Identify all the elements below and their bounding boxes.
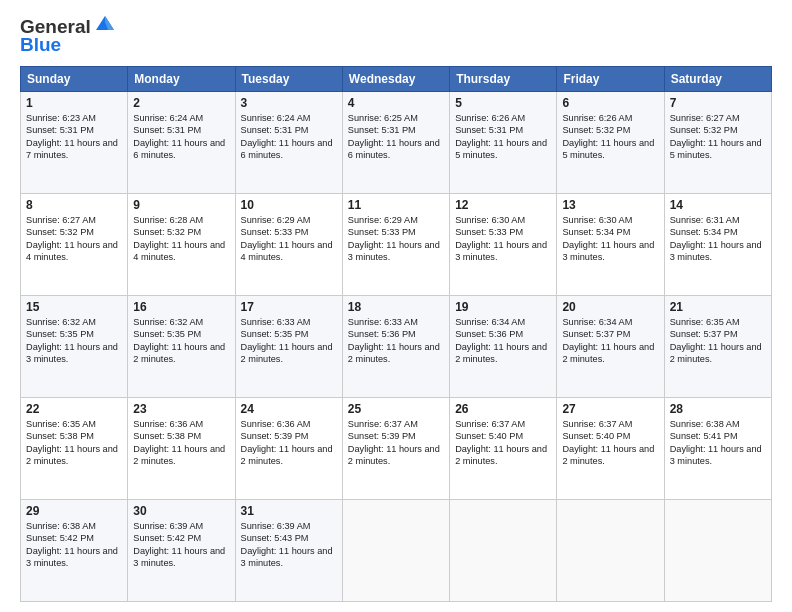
calendar-cell xyxy=(450,500,557,602)
cell-sun-info: Sunrise: 6:33 AMSunset: 5:35 PMDaylight:… xyxy=(241,316,337,366)
calendar-cell: 26Sunrise: 6:37 AMSunset: 5:40 PMDayligh… xyxy=(450,398,557,500)
day-number: 28 xyxy=(670,402,766,416)
day-number: 23 xyxy=(133,402,229,416)
day-number: 21 xyxy=(670,300,766,314)
cell-sun-info: Sunrise: 6:36 AMSunset: 5:39 PMDaylight:… xyxy=(241,418,337,468)
calendar-cell: 14Sunrise: 6:31 AMSunset: 5:34 PMDayligh… xyxy=(664,194,771,296)
day-number: 4 xyxy=(348,96,444,110)
calendar-cell: 4Sunrise: 6:25 AMSunset: 5:31 PMDaylight… xyxy=(342,92,449,194)
cell-sun-info: Sunrise: 6:30 AMSunset: 5:34 PMDaylight:… xyxy=(562,214,658,264)
day-number: 29 xyxy=(26,504,122,518)
calendar-cell: 19Sunrise: 6:34 AMSunset: 5:36 PMDayligh… xyxy=(450,296,557,398)
calendar-cell: 21Sunrise: 6:35 AMSunset: 5:37 PMDayligh… xyxy=(664,296,771,398)
calendar-cell: 29Sunrise: 6:38 AMSunset: 5:42 PMDayligh… xyxy=(21,500,128,602)
calendar-header-row: SundayMondayTuesdayWednesdayThursdayFrid… xyxy=(21,67,772,92)
calendar-cell: 18Sunrise: 6:33 AMSunset: 5:36 PMDayligh… xyxy=(342,296,449,398)
day-number: 31 xyxy=(241,504,337,518)
calendar-table: SundayMondayTuesdayWednesdayThursdayFrid… xyxy=(20,66,772,602)
calendar-cell: 12Sunrise: 6:30 AMSunset: 5:33 PMDayligh… xyxy=(450,194,557,296)
day-number: 27 xyxy=(562,402,658,416)
calendar-cell: 9Sunrise: 6:28 AMSunset: 5:32 PMDaylight… xyxy=(128,194,235,296)
cell-sun-info: Sunrise: 6:29 AMSunset: 5:33 PMDaylight:… xyxy=(348,214,444,264)
logo: General Blue xyxy=(20,16,116,56)
cell-sun-info: Sunrise: 6:37 AMSunset: 5:40 PMDaylight:… xyxy=(455,418,551,468)
calendar-cell: 1Sunrise: 6:23 AMSunset: 5:31 PMDaylight… xyxy=(21,92,128,194)
day-number: 2 xyxy=(133,96,229,110)
cell-sun-info: Sunrise: 6:35 AMSunset: 5:37 PMDaylight:… xyxy=(670,316,766,366)
cell-sun-info: Sunrise: 6:32 AMSunset: 5:35 PMDaylight:… xyxy=(26,316,122,366)
calendar-cell: 31Sunrise: 6:39 AMSunset: 5:43 PMDayligh… xyxy=(235,500,342,602)
day-number: 16 xyxy=(133,300,229,314)
cell-sun-info: Sunrise: 6:36 AMSunset: 5:38 PMDaylight:… xyxy=(133,418,229,468)
cell-sun-info: Sunrise: 6:35 AMSunset: 5:38 PMDaylight:… xyxy=(26,418,122,468)
day-number: 12 xyxy=(455,198,551,212)
day-number: 10 xyxy=(241,198,337,212)
calendar-cell: 11Sunrise: 6:29 AMSunset: 5:33 PMDayligh… xyxy=(342,194,449,296)
weekday-header-sunday: Sunday xyxy=(21,67,128,92)
cell-sun-info: Sunrise: 6:37 AMSunset: 5:40 PMDaylight:… xyxy=(562,418,658,468)
calendar-cell: 3Sunrise: 6:24 AMSunset: 5:31 PMDaylight… xyxy=(235,92,342,194)
day-number: 22 xyxy=(26,402,122,416)
cell-sun-info: Sunrise: 6:39 AMSunset: 5:43 PMDaylight:… xyxy=(241,520,337,570)
day-number: 24 xyxy=(241,402,337,416)
calendar-cell: 20Sunrise: 6:34 AMSunset: 5:37 PMDayligh… xyxy=(557,296,664,398)
cell-sun-info: Sunrise: 6:27 AMSunset: 5:32 PMDaylight:… xyxy=(670,112,766,162)
weekday-header-tuesday: Tuesday xyxy=(235,67,342,92)
day-number: 26 xyxy=(455,402,551,416)
day-number: 17 xyxy=(241,300,337,314)
cell-sun-info: Sunrise: 6:30 AMSunset: 5:33 PMDaylight:… xyxy=(455,214,551,264)
day-number: 25 xyxy=(348,402,444,416)
weekday-header-saturday: Saturday xyxy=(664,67,771,92)
calendar-cell xyxy=(342,500,449,602)
calendar-week-2: 8Sunrise: 6:27 AMSunset: 5:32 PMDaylight… xyxy=(21,194,772,296)
day-number: 7 xyxy=(670,96,766,110)
day-number: 30 xyxy=(133,504,229,518)
calendar-cell: 30Sunrise: 6:39 AMSunset: 5:42 PMDayligh… xyxy=(128,500,235,602)
day-number: 1 xyxy=(26,96,122,110)
cell-sun-info: Sunrise: 6:38 AMSunset: 5:41 PMDaylight:… xyxy=(670,418,766,468)
cell-sun-info: Sunrise: 6:28 AMSunset: 5:32 PMDaylight:… xyxy=(133,214,229,264)
calendar-cell: 10Sunrise: 6:29 AMSunset: 5:33 PMDayligh… xyxy=(235,194,342,296)
cell-sun-info: Sunrise: 6:39 AMSunset: 5:42 PMDaylight:… xyxy=(133,520,229,570)
calendar-cell: 15Sunrise: 6:32 AMSunset: 5:35 PMDayligh… xyxy=(21,296,128,398)
day-number: 9 xyxy=(133,198,229,212)
day-number: 8 xyxy=(26,198,122,212)
day-number: 6 xyxy=(562,96,658,110)
cell-sun-info: Sunrise: 6:24 AMSunset: 5:31 PMDaylight:… xyxy=(241,112,337,162)
day-number: 14 xyxy=(670,198,766,212)
cell-sun-info: Sunrise: 6:34 AMSunset: 5:37 PMDaylight:… xyxy=(562,316,658,366)
calendar-week-1: 1Sunrise: 6:23 AMSunset: 5:31 PMDaylight… xyxy=(21,92,772,194)
weekday-header-thursday: Thursday xyxy=(450,67,557,92)
calendar-cell: 28Sunrise: 6:38 AMSunset: 5:41 PMDayligh… xyxy=(664,398,771,500)
day-number: 18 xyxy=(348,300,444,314)
calendar-cell: 13Sunrise: 6:30 AMSunset: 5:34 PMDayligh… xyxy=(557,194,664,296)
weekday-header-wednesday: Wednesday xyxy=(342,67,449,92)
day-number: 20 xyxy=(562,300,658,314)
cell-sun-info: Sunrise: 6:24 AMSunset: 5:31 PMDaylight:… xyxy=(133,112,229,162)
day-number: 3 xyxy=(241,96,337,110)
cell-sun-info: Sunrise: 6:34 AMSunset: 5:36 PMDaylight:… xyxy=(455,316,551,366)
day-number: 13 xyxy=(562,198,658,212)
calendar-cell: 25Sunrise: 6:37 AMSunset: 5:39 PMDayligh… xyxy=(342,398,449,500)
day-number: 5 xyxy=(455,96,551,110)
cell-sun-info: Sunrise: 6:37 AMSunset: 5:39 PMDaylight:… xyxy=(348,418,444,468)
calendar-cell: 8Sunrise: 6:27 AMSunset: 5:32 PMDaylight… xyxy=(21,194,128,296)
calendar-cell xyxy=(557,500,664,602)
cell-sun-info: Sunrise: 6:27 AMSunset: 5:32 PMDaylight:… xyxy=(26,214,122,264)
cell-sun-info: Sunrise: 6:38 AMSunset: 5:42 PMDaylight:… xyxy=(26,520,122,570)
day-number: 19 xyxy=(455,300,551,314)
calendar-cell: 23Sunrise: 6:36 AMSunset: 5:38 PMDayligh… xyxy=(128,398,235,500)
calendar-cell xyxy=(664,500,771,602)
calendar-cell: 22Sunrise: 6:35 AMSunset: 5:38 PMDayligh… xyxy=(21,398,128,500)
calendar-week-4: 22Sunrise: 6:35 AMSunset: 5:38 PMDayligh… xyxy=(21,398,772,500)
cell-sun-info: Sunrise: 6:33 AMSunset: 5:36 PMDaylight:… xyxy=(348,316,444,366)
calendar-cell: 7Sunrise: 6:27 AMSunset: 5:32 PMDaylight… xyxy=(664,92,771,194)
day-number: 11 xyxy=(348,198,444,212)
cell-sun-info: Sunrise: 6:23 AMSunset: 5:31 PMDaylight:… xyxy=(26,112,122,162)
calendar-cell: 2Sunrise: 6:24 AMSunset: 5:31 PMDaylight… xyxy=(128,92,235,194)
cell-sun-info: Sunrise: 6:29 AMSunset: 5:33 PMDaylight:… xyxy=(241,214,337,264)
cell-sun-info: Sunrise: 6:26 AMSunset: 5:31 PMDaylight:… xyxy=(455,112,551,162)
calendar-cell: 24Sunrise: 6:36 AMSunset: 5:39 PMDayligh… xyxy=(235,398,342,500)
cell-sun-info: Sunrise: 6:25 AMSunset: 5:31 PMDaylight:… xyxy=(348,112,444,162)
calendar-week-5: 29Sunrise: 6:38 AMSunset: 5:42 PMDayligh… xyxy=(21,500,772,602)
